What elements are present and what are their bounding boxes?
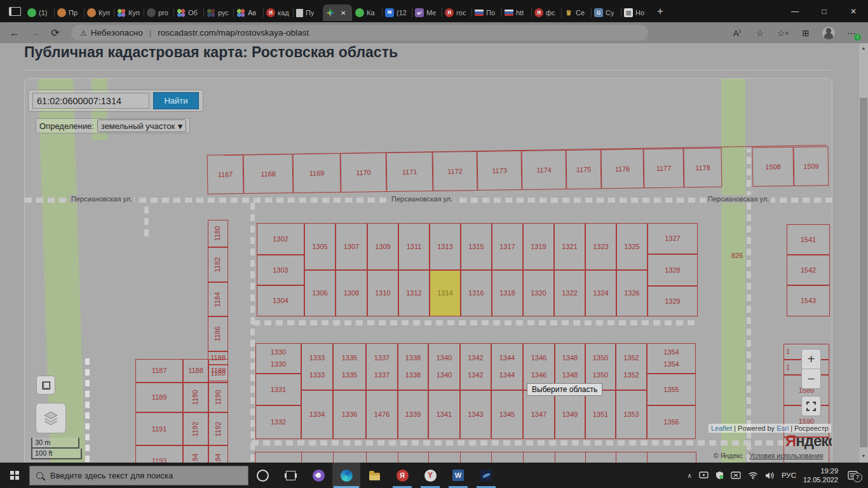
- parcel-1321[interactable]: 1321: [554, 223, 585, 270]
- object-type-select[interactable]: земельный участок ▾: [97, 119, 186, 132]
- parcel-1335[interactable]: 13351335: [333, 343, 366, 390]
- parcel-1192[interactable]: 1192: [183, 412, 208, 445]
- parcel-1184[interactable]: 1184: [208, 282, 228, 316]
- tab[interactable]: ▤Но: [621, 4, 651, 21]
- tab[interactable]: Куп: [84, 4, 114, 21]
- parcel-1188[interactable]: 1188: [183, 359, 208, 383]
- edge-app-button[interactable]: [332, 463, 360, 488]
- parcel-1305[interactable]: 1305: [304, 223, 336, 270]
- scroll-down-icon[interactable]: ▼: [859, 451, 868, 460]
- parcel-1333[interactable]: 13331333: [301, 343, 333, 390]
- taskbar-clock[interactable]: 19:29 12.05.2022: [803, 466, 838, 484]
- wifi-icon[interactable]: [748, 471, 758, 479]
- collections-icon[interactable]: ⊞: [794, 24, 817, 42]
- parcel-1313[interactable]: 1313: [430, 223, 461, 270]
- parcel-1170[interactable]: 1170: [341, 152, 387, 193]
- parcel-1190[interactable]: 1190: [208, 383, 228, 412]
- parcel-1331[interactable]: 1331: [255, 374, 301, 405]
- cadastral-map[interactable]: Персиановская ул. Персиановская ул. Перс…: [24, 78, 832, 475]
- profile-avatar[interactable]: [817, 24, 840, 42]
- parcel-1327[interactable]: 1327: [648, 223, 698, 254]
- parcel-1318[interactable]: 1318: [492, 270, 523, 316]
- volume-icon[interactable]: [765, 471, 775, 480]
- measure-button[interactable]: [36, 376, 55, 395]
- tab[interactable]: Пу: [293, 4, 323, 21]
- parcel-1325[interactable]: 1325: [616, 223, 648, 270]
- parcel-1340[interactable]: 13401340: [428, 343, 460, 390]
- parcel-1329[interactable]: 1329: [648, 286, 698, 316]
- language-indicator[interactable]: РУС: [782, 471, 796, 479]
- url-field[interactable]: ⚠ Небезопасно | roscadastr.com/map/rosto…: [71, 25, 648, 41]
- parcel-1341[interactable]: 1341: [428, 390, 460, 439]
- parcel-1337[interactable]: 13371337: [366, 343, 398, 390]
- parcel-1336[interactable]: 1336: [333, 390, 366, 439]
- new-tab-button[interactable]: +: [651, 2, 670, 21]
- tab[interactable]: м²Ме: [412, 4, 442, 21]
- parcel-1302[interactable]: 1302: [257, 223, 304, 255]
- parcel-1174[interactable]: 1174: [522, 150, 567, 190]
- parcel-1351[interactable]: 1351: [585, 390, 616, 439]
- parcel-1338[interactable]: 13381338: [398, 343, 428, 390]
- parcel-1189[interactable]: 1189: [135, 383, 183, 412]
- tab[interactable]: Яфс: [531, 4, 561, 21]
- parcel-1312[interactable]: 1312: [398, 270, 430, 316]
- parcel-1187[interactable]: 1187: [135, 359, 183, 383]
- search-button[interactable]: Найти: [153, 92, 199, 109]
- yandex-app-button[interactable]: Я: [388, 463, 416, 488]
- scroll-up-icon[interactable]: ▲: [859, 43, 868, 52]
- parcel-1508[interactable]: 1508: [752, 147, 794, 187]
- fullscreen-button[interactable]: [801, 396, 821, 416]
- parcel-1188[interactable]: 1188: [208, 359, 228, 383]
- security-label[interactable]: Небезопасно: [91, 28, 143, 37]
- parcel-1306[interactable]: 1306: [304, 270, 336, 316]
- read-aloud-icon[interactable]: A⁾: [726, 24, 749, 42]
- tab-active[interactable]: ✕: [323, 4, 352, 21]
- parcel-1171[interactable]: 1171: [386, 152, 433, 192]
- taskbar-search-input[interactable]: [49, 470, 241, 481]
- parcel-1354[interactable]: 13541354: [647, 343, 696, 374]
- parcel-1315[interactable]: 1315: [461, 223, 492, 270]
- parcel-1311[interactable]: 1311: [398, 223, 430, 270]
- settings-menu-icon[interactable]: ⋯↑: [840, 24, 863, 42]
- tab[interactable]: pro: [144, 4, 173, 21]
- parcel-1352[interactable]: 13521352: [616, 343, 647, 390]
- parcel-1345[interactable]: 1345: [491, 390, 523, 439]
- hidden-icons-chevron[interactable]: ∧: [688, 472, 692, 479]
- tab[interactable]: GСу: [591, 4, 621, 21]
- parcel-1177[interactable]: 1177: [644, 148, 684, 188]
- refresh-button[interactable]: ⟳: [46, 24, 65, 42]
- parcel-1328[interactable]: 1328: [648, 254, 698, 286]
- parcel-1304[interactable]: 1304: [257, 285, 304, 316]
- parcel-1192[interactable]: 1192: [208, 412, 228, 445]
- parcel-1310[interactable]: 1310: [367, 270, 398, 316]
- tab-actions-button[interactable]: [5, 2, 24, 21]
- search-input[interactable]: [32, 93, 149, 109]
- taskbar-search[interactable]: [29, 466, 248, 485]
- parcel-1173[interactable]: 1173: [477, 151, 522, 191]
- parcel-1309[interactable]: 1309: [367, 223, 398, 270]
- task-view-button[interactable]: [276, 463, 304, 488]
- tab[interactable]: Об: [173, 4, 203, 21]
- parcel-1339[interactable]: 1339: [398, 390, 428, 439]
- minimize-button[interactable]: —: [780, 0, 810, 22]
- parcel-1180[interactable]: 1180: [208, 220, 228, 247]
- cortana-button[interactable]: [248, 463, 276, 488]
- start-button[interactable]: [0, 463, 29, 488]
- parcel-1542[interactable]: 1542: [787, 255, 830, 285]
- parcel-1172[interactable]: 1172: [433, 151, 478, 191]
- keyboard-input-icon[interactable]: [731, 471, 741, 479]
- tab[interactable]: Ка: [352, 4, 382, 21]
- parcel-1307[interactable]: 1307: [336, 223, 367, 270]
- tab[interactable]: Пр: [54, 4, 84, 21]
- tab[interactable]: ✉(12: [382, 4, 412, 21]
- tab[interactable]: ♛Се: [561, 4, 591, 21]
- leaflet-link[interactable]: Leaflet: [711, 424, 732, 432]
- parcel-1347[interactable]: 1347: [523, 390, 555, 439]
- parcel-1322[interactable]: 1322: [554, 270, 585, 316]
- parcel-1324[interactable]: 1324: [585, 270, 616, 316]
- parcel-1543[interactable]: 1543: [787, 285, 830, 316]
- parcel-1182[interactable]: 1182: [208, 247, 228, 282]
- parcel-1316[interactable]: 1316: [461, 270, 492, 316]
- parcel-1320[interactable]: 1320: [523, 270, 554, 316]
- parcel-1509[interactable]: 1509: [794, 146, 829, 186]
